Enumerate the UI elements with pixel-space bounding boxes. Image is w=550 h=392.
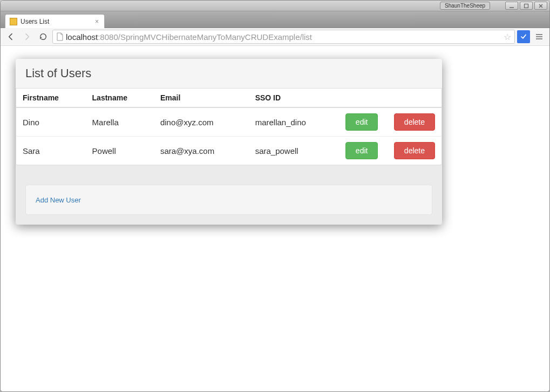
titlebar-app-label: ShaunTheSheep <box>440 2 490 10</box>
cell-lastname: Powell <box>86 137 154 165</box>
browser-toolbar: localhost:8080/SpringMVCHibernateManyToM… <box>1 28 549 46</box>
forward-button[interactable] <box>20 30 34 44</box>
cell-edit: edit <box>339 137 388 165</box>
add-new-user-link[interactable]: Add New User <box>36 196 81 204</box>
col-edit <box>339 89 388 107</box>
cell-firstname: Dino <box>16 107 86 137</box>
edit-button[interactable]: edit <box>345 142 378 159</box>
delete-button[interactable]: delete <box>394 142 435 159</box>
table-row: SaraPowellsara@xya.comsara_powelleditdel… <box>16 137 442 165</box>
svg-rect-1 <box>525 4 528 8</box>
page-content: List of Users Firstname Lastname Email S… <box>1 46 549 391</box>
bookmark-star-icon[interactable]: ☆ <box>504 32 511 42</box>
menu-button[interactable] <box>532 30 546 44</box>
col-delete <box>388 89 442 107</box>
users-table: Firstname Lastname Email SSO ID DinoMare… <box>16 89 442 165</box>
favicon-icon <box>10 18 17 25</box>
minimize-button[interactable] <box>505 2 518 10</box>
users-panel: List of Users Firstname Lastname Email S… <box>16 59 442 225</box>
delete-button[interactable]: delete <box>394 113 435 131</box>
col-email: Email <box>154 89 249 107</box>
cell-email: sara@xya.com <box>154 137 249 165</box>
panel-body: Add New User <box>16 165 442 225</box>
col-ssoid: SSO ID <box>249 89 339 107</box>
page-icon <box>56 32 64 41</box>
col-firstname: Firstname <box>16 89 86 107</box>
users-table-wrap: Firstname Lastname Email SSO ID DinoMare… <box>16 89 442 165</box>
titlebar: ShaunTheSheep <box>1 1 549 11</box>
col-lastname: Lastname <box>86 89 154 107</box>
cell-lastname: Marella <box>86 107 154 137</box>
tab-title: Users List <box>21 18 91 25</box>
page-title: List of Users <box>16 59 442 89</box>
close-tab-icon[interactable]: × <box>94 18 100 25</box>
table-row: DinoMarelladino@xyz.commarellan_dinoedit… <box>16 107 442 137</box>
back-button[interactable] <box>4 30 18 44</box>
cell-edit: edit <box>339 107 388 137</box>
maximize-button[interactable] <box>520 2 533 10</box>
tab-strip: Users List × <box>1 11 549 28</box>
close-window-button[interactable] <box>534 2 547 10</box>
cell-email: dino@xyz.com <box>154 107 249 137</box>
url-text: localhost:8080/SpringMVCHibernateManyToM… <box>66 32 501 42</box>
address-bar[interactable]: localhost:8080/SpringMVCHibernateManyToM… <box>52 30 515 44</box>
cell-ssoid: marellan_dino <box>249 107 339 137</box>
extension-icon[interactable] <box>517 30 530 43</box>
reload-button[interactable] <box>36 30 50 44</box>
add-user-well: Add New User <box>25 185 432 215</box>
cell-ssoid: sara_powell <box>249 137 339 165</box>
tab-users-list[interactable]: Users List × <box>5 14 105 28</box>
cell-delete: delete <box>388 137 442 165</box>
edit-button[interactable]: edit <box>345 113 378 131</box>
cell-firstname: Sara <box>16 137 86 165</box>
cell-delete: delete <box>388 107 442 137</box>
